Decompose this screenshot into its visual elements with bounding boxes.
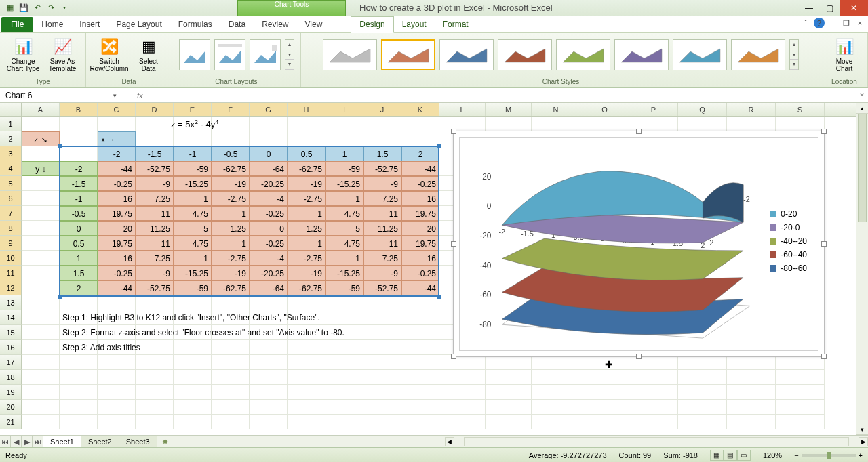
cell[interactable]	[326, 131, 363, 146]
column-header[interactable]: F	[212, 103, 250, 116]
column-header[interactable]: K	[401, 103, 439, 116]
chart-resize-handle[interactable]	[451, 241, 456, 247]
cell[interactable]: 7.25	[363, 251, 401, 266]
cell[interactable]	[401, 370, 439, 385]
cell[interactable]	[98, 370, 136, 385]
chart-resize-handle[interactable]	[451, 354, 456, 359]
cell[interactable]	[486, 415, 532, 429]
chart-legend[interactable]: 0-20-20-0-40--20-60--40-80--60	[770, 205, 807, 277]
column-header[interactable]: Q	[678, 103, 727, 116]
cell[interactable]	[727, 355, 776, 370]
save-icon[interactable]: 💾	[18, 2, 30, 14]
cell[interactable]	[326, 117, 363, 131]
cell[interactable]	[288, 340, 326, 355]
sheet-nav-prev-icon[interactable]: ◀	[11, 436, 22, 447]
cell[interactable]	[250, 355, 288, 370]
sheet-tab-2[interactable]: Sheet2	[81, 436, 119, 447]
cell[interactable]	[580, 117, 629, 131]
cell[interactable]: 1	[326, 146, 363, 161]
cell[interactable]: -2.75	[288, 191, 326, 206]
cell[interactable]	[401, 400, 439, 415]
cell[interactable]: -52.75	[363, 161, 401, 176]
column-header[interactable]: H	[288, 103, 326, 116]
cell[interactable]	[22, 146, 60, 161]
cell[interactable]	[401, 355, 439, 370]
zoom-slider[interactable]	[802, 454, 856, 457]
cell[interactable]	[98, 355, 136, 370]
cell[interactable]	[486, 385, 532, 400]
cell[interactable]	[288, 117, 326, 131]
cell[interactable]	[326, 385, 363, 400]
cell[interactable]	[250, 295, 288, 310]
cell[interactable]	[288, 355, 326, 370]
legend-item[interactable]: -60--40	[770, 250, 807, 259]
cell[interactable]	[174, 355, 212, 370]
cell[interactable]	[22, 370, 60, 385]
cell[interactable]	[60, 131, 98, 146]
cell[interactable]: 4.75	[326, 206, 363, 221]
cell[interactable]: 1.5	[60, 266, 98, 280]
cell[interactable]: 1.5	[363, 146, 401, 161]
cell[interactable]	[727, 385, 776, 400]
view-buttons[interactable]: ▦ ▤ ▭	[710, 450, 751, 461]
cell[interactable]: -9	[363, 266, 401, 280]
minimize-ribbon-icon[interactable]: ˇ	[800, 18, 811, 28]
cell[interactable]	[22, 295, 60, 310]
cell[interactable]	[629, 415, 678, 429]
cell[interactable]: Step 2: Format z-axis and select "Floor …	[60, 325, 98, 340]
cell[interactable]: -15.25	[326, 266, 363, 280]
cell[interactable]	[678, 385, 727, 400]
cell[interactable]: -44	[98, 161, 136, 176]
cell[interactable]	[22, 176, 60, 191]
cell[interactable]: 11	[136, 206, 174, 221]
save-as-template-button[interactable]: 📈 Save As Template	[45, 37, 80, 72]
name-box[interactable]: ▾	[0, 88, 96, 102]
cell[interactable]	[486, 117, 532, 131]
cell[interactable]	[678, 117, 727, 131]
cell[interactable]: -1.5	[136, 146, 174, 161]
cell[interactable]: 1	[60, 251, 98, 266]
column-header[interactable]: O	[580, 103, 629, 116]
cell[interactable]: -1	[60, 191, 98, 206]
cell[interactable]	[776, 355, 825, 370]
cell[interactable]: -15.25	[174, 266, 212, 280]
cell[interactable]	[22, 206, 60, 221]
sheet-nav-last-icon[interactable]: ⏭	[33, 436, 43, 447]
cell[interactable]: 16	[98, 191, 136, 206]
cell[interactable]: -9	[136, 176, 174, 191]
cell[interactable]: 0.5	[60, 236, 98, 251]
column-header[interactable]: G	[250, 103, 288, 116]
row-header[interactable]: 14	[0, 310, 22, 325]
cell[interactable]: 19.75	[98, 236, 136, 251]
cell[interactable]	[136, 117, 174, 131]
cell[interactable]: -9	[363, 176, 401, 191]
cell[interactable]	[580, 415, 629, 429]
cell[interactable]	[326, 370, 363, 385]
cell[interactable]: -44	[98, 280, 136, 295]
cell[interactable]	[363, 117, 401, 131]
cell[interactable]: 20	[401, 221, 439, 236]
chart-layout-1[interactable]	[179, 39, 210, 70]
row-header[interactable]: 5	[0, 176, 22, 191]
cell[interactable]	[326, 340, 363, 355]
cell[interactable]: -4	[250, 191, 288, 206]
chart-style-thumb[interactable]	[614, 39, 669, 70]
tab-page-layout[interactable]: Page Layout	[108, 17, 170, 32]
cell[interactable]: 19.75	[401, 206, 439, 221]
cell[interactable]	[174, 370, 212, 385]
cell[interactable]	[288, 400, 326, 415]
chart-object[interactable]: 200-20-40-60-80 -2-1.5-1-0.500.511.52 -2…	[453, 131, 825, 357]
cell[interactable]: -44	[401, 161, 439, 176]
qat-customize-icon[interactable]: ▾	[58, 2, 71, 14]
cell[interactable]	[401, 415, 439, 429]
cell[interactable]	[174, 295, 212, 310]
chart-resize-handle[interactable]	[821, 241, 827, 247]
sheet-tab-1[interactable]: Sheet1	[43, 436, 81, 447]
cell[interactable]: 1.25	[288, 221, 326, 236]
cell[interactable]: 16	[401, 191, 439, 206]
select-all-corner[interactable]	[0, 103, 22, 116]
cell[interactable]: 1	[326, 191, 363, 206]
column-header[interactable]: R	[727, 103, 776, 116]
workbook-restore-icon[interactable]: ❐	[841, 18, 852, 28]
cell[interactable]	[363, 131, 401, 146]
